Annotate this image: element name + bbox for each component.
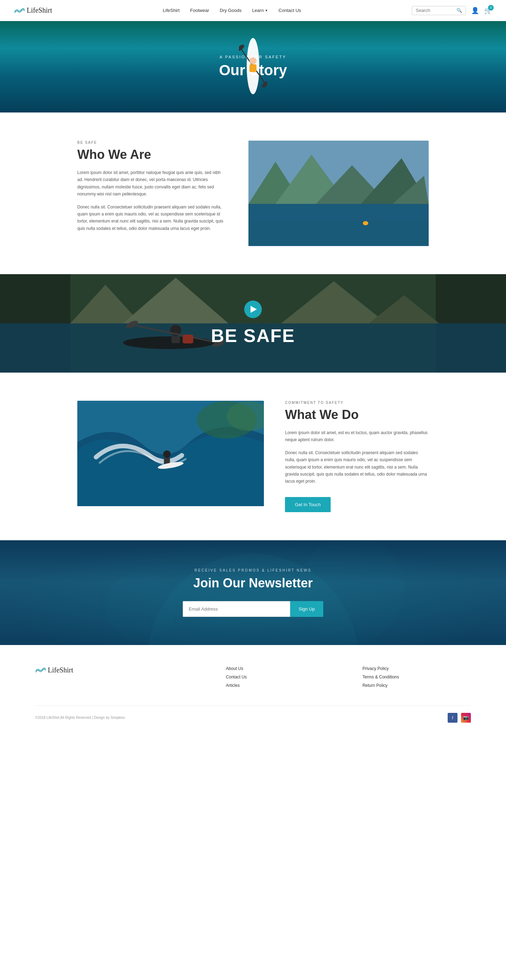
search-box[interactable]: 🔍 bbox=[412, 6, 466, 15]
newsletter-eyebrow: RECEIVE SALES PROMOS & LIFESHIRT NEWS bbox=[14, 568, 492, 572]
what-text: COMMITMENT TO SAFETY What We Do Lorem ip… bbox=[285, 401, 429, 512]
svg-rect-13 bbox=[248, 221, 429, 246]
play-button[interactable] bbox=[244, 301, 262, 318]
be-safe-section: BE SAFE bbox=[0, 274, 506, 372]
nav-learn[interactable]: Learn ▼ bbox=[252, 8, 268, 13]
nav-dry-goods[interactable]: Dry Goods bbox=[220, 8, 241, 13]
logo[interactable]: LifeShirt bbox=[14, 6, 52, 14]
footer-links-col-1: About Us Contact Us Articles bbox=[226, 666, 335, 691]
newsletter-content: RECEIVE SALES PROMOS & LIFESHIRT NEWS Jo… bbox=[14, 568, 492, 617]
footer-logo[interactable]: LifeShirt bbox=[35, 666, 198, 674]
chevron-down-icon: ▼ bbox=[265, 9, 268, 12]
kayak-illustration bbox=[239, 27, 267, 106]
who-section: BE SAFE Who We Are Lorem ipsum dolor sit… bbox=[42, 113, 464, 274]
signup-button[interactable]: Sign Up bbox=[290, 601, 323, 617]
be-safe-title: BE SAFE bbox=[211, 325, 295, 346]
get-in-touch-button[interactable]: Get In Touch bbox=[285, 497, 330, 512]
search-icon: 🔍 bbox=[457, 8, 462, 13]
footer: LifeShirt About Us Contact Us Articles P… bbox=[0, 645, 506, 733]
who-para-2: Donec nulla sit. Consectetuer sollicitud… bbox=[77, 204, 227, 232]
facebook-icon[interactable]: f bbox=[448, 713, 457, 723]
footer-logo-col: LifeShirt bbox=[35, 666, 198, 691]
cart-wrap[interactable]: 🛒 0 bbox=[484, 7, 492, 14]
what-para-1: Lorem ipsum dolor sit amet, est eu et lu… bbox=[285, 429, 429, 444]
user-icon[interactable]: 👤 bbox=[471, 7, 479, 14]
who-image bbox=[248, 141, 429, 246]
nav-lifeshirt[interactable]: LifeShirt bbox=[163, 8, 179, 13]
footer-link-privacy[interactable]: Privacy Policy bbox=[362, 666, 471, 671]
footer-copyright: ©2018 LifeShirt All Rights Reserved | De… bbox=[35, 716, 125, 719]
mountain-svg bbox=[248, 141, 429, 246]
newsletter-form: Sign Up bbox=[183, 601, 323, 617]
footer-links-col-2: Privacy Policy Terms & Conditions Return… bbox=[362, 666, 471, 691]
instagram-icon[interactable]: 📷 bbox=[461, 713, 471, 723]
nav-links: LifeShirt Footwear Dry Goods Learn ▼ Con… bbox=[163, 8, 301, 13]
logo-icon bbox=[14, 7, 25, 14]
who-title: Who We Are bbox=[77, 147, 227, 162]
cart-badge: 0 bbox=[488, 5, 494, 11]
who-eyebrow: BE SAFE bbox=[77, 141, 227, 145]
nav-contact-us[interactable]: Contact Us bbox=[279, 8, 301, 13]
who-para-1: Lorem ipsum dolor sit amet, porttitor na… bbox=[77, 169, 227, 198]
footer-link-contact[interactable]: Contact Us bbox=[226, 675, 335, 679]
navbar: LifeShirt LifeShirt Footwear Dry Goods L… bbox=[0, 0, 506, 21]
nav-footwear[interactable]: Footwear bbox=[190, 8, 209, 13]
footer-link-articles[interactable]: Articles bbox=[226, 683, 335, 688]
svg-point-14 bbox=[363, 221, 368, 225]
newsletter-section: RECEIVE SALES PROMOS & LIFESHIRT NEWS Jo… bbox=[0, 540, 506, 645]
what-title: What We Do bbox=[285, 407, 429, 422]
what-image bbox=[77, 401, 264, 506]
footer-link-about[interactable]: About Us bbox=[226, 666, 335, 671]
be-safe-content: BE SAFE bbox=[211, 301, 295, 346]
newsletter-title: Join Our Newsletter bbox=[14, 576, 492, 590]
footer-top: LifeShirt About Us Contact Us Articles P… bbox=[35, 666, 471, 691]
surf-svg bbox=[77, 401, 264, 506]
email-input[interactable] bbox=[183, 601, 290, 617]
svg-point-4 bbox=[249, 57, 257, 64]
what-para-2: Donec nulla sit. Consectetuer sollicitud… bbox=[285, 449, 429, 485]
footer-link-terms[interactable]: Terms & Conditions bbox=[362, 675, 471, 679]
footer-link-return[interactable]: Return Policy bbox=[362, 683, 471, 688]
search-input[interactable] bbox=[416, 8, 454, 13]
nav-right: 🔍 👤 🛒 0 bbox=[412, 6, 492, 15]
footer-social: f 📷 bbox=[448, 713, 471, 723]
svg-point-31 bbox=[163, 450, 170, 458]
footer-logo-icon bbox=[35, 667, 46, 673]
hero-section: A PASSION FOR SAFETY Our Story bbox=[0, 21, 506, 113]
who-text: BE SAFE Who We Are Lorem ipsum dolor sit… bbox=[77, 141, 227, 238]
what-section: COMMITMENT TO SAFETY What We Do Lorem ip… bbox=[42, 372, 464, 540]
play-icon bbox=[251, 306, 257, 313]
footer-bottom: ©2018 LifeShirt All Rights Reserved | De… bbox=[35, 705, 471, 723]
svg-rect-5 bbox=[249, 64, 257, 72]
what-eyebrow: COMMITMENT TO SAFETY bbox=[285, 401, 429, 404]
